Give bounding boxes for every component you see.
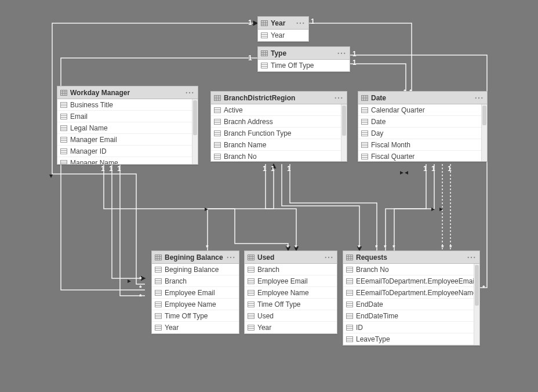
column-icon (60, 124, 68, 132)
svg-marker-1 (205, 208, 208, 211)
table-used[interactable]: Used Branch Employee Email Employee Name… (244, 251, 337, 334)
field-row[interactable]: Manager Email (57, 134, 198, 146)
table-header[interactable]: Type (258, 47, 350, 60)
field-row[interactable]: Branch Name (211, 139, 347, 151)
field-row[interactable]: Year (245, 322, 337, 333)
field-row[interactable]: EEemailToDepartment.EmployeeName (343, 287, 479, 299)
field-row[interactable]: Fiscal Quarter (358, 151, 487, 161)
field-row[interactable]: Manager Name (57, 157, 198, 164)
svg-rect-29 (61, 90, 67, 95)
field-row[interactable]: Employee Email (152, 287, 239, 299)
field-row[interactable]: ID (343, 322, 479, 333)
field-label: Used (257, 312, 274, 320)
more-icon[interactable] (296, 19, 305, 27)
more-icon[interactable] (324, 253, 333, 262)
column-icon (213, 153, 221, 161)
field-label: EEemailToDepartment.EmployeeEmail (356, 277, 476, 285)
table-workday-manager[interactable]: Workday Manager Business Title Email Leg… (57, 86, 198, 165)
column-icon (213, 141, 221, 149)
table-requests[interactable]: Requests Branch No EEemailToDepartment.E… (343, 251, 480, 346)
more-icon[interactable] (185, 89, 194, 97)
table-header[interactable]: Used (245, 251, 337, 264)
column-icon (361, 129, 369, 137)
more-icon[interactable] (467, 253, 476, 262)
field-row[interactable]: Employee Name (245, 287, 337, 299)
svg-point-83 (475, 97, 477, 98)
field-row[interactable]: Active (211, 104, 347, 116)
scrollbar[interactable] (192, 99, 198, 164)
more-icon[interactable] (337, 49, 346, 57)
field-row[interactable]: Year (152, 322, 239, 333)
svg-rect-109 (155, 267, 162, 272)
field-row[interactable]: Begining Balance (152, 264, 239, 275)
field-row[interactable]: Employee Name (152, 299, 239, 310)
table-year[interactable]: Year Year (257, 16, 309, 42)
field-row[interactable]: Year (258, 30, 308, 41)
field-row[interactable]: Branch No (211, 151, 347, 161)
field-row[interactable]: EndDate (343, 299, 479, 310)
field-row[interactable]: EEemailToDepartment.EmployeeEmail (343, 275, 479, 287)
table-header[interactable]: Requests (343, 251, 479, 264)
field-row[interactable]: Time Off Type (245, 299, 337, 310)
more-icon[interactable] (334, 94, 343, 102)
scrollbar[interactable] (474, 264, 479, 345)
scrollbar[interactable] (481, 104, 487, 161)
svg-rect-15 (261, 33, 268, 38)
table-date[interactable]: Date Calendar Quarter Date Day Fiscal Mo… (358, 91, 488, 162)
field-row[interactable]: Branch No (343, 264, 479, 275)
table-branch-district-region[interactable]: BranchDistrictRegion Active Bracnh Addre… (210, 91, 347, 162)
table-header[interactable]: BranchDistrictRegion (211, 92, 347, 104)
table-begining-balance[interactable]: Begining Balance Begining Balance Branch… (151, 251, 239, 334)
column-icon (60, 136, 68, 144)
more-icon[interactable] (474, 94, 484, 102)
column-icon (346, 289, 354, 297)
table-body: Branch Employee Email Employee Name Time… (245, 264, 337, 333)
table-header[interactable]: Date (358, 92, 487, 104)
table-header[interactable]: Year (258, 17, 308, 30)
svg-point-14 (303, 22, 304, 23)
cardinality-many: * (139, 293, 142, 301)
more-icon[interactable] (226, 253, 235, 262)
field-row[interactable]: LeaveType (343, 333, 479, 345)
field-row[interactable]: Fiscal Month (358, 139, 487, 151)
table-type[interactable]: Type Time Off Type (257, 46, 350, 72)
svg-point-133 (328, 256, 329, 257)
cardinality-one: 1 (352, 50, 357, 58)
field-label: LeaveType (356, 335, 390, 343)
svg-rect-43 (61, 125, 67, 130)
table-header[interactable]: Workday Manager (57, 86, 198, 99)
cardinality-one: 1 (448, 165, 452, 173)
field-label: Employee Name (257, 289, 309, 297)
column-icon (154, 324, 162, 332)
field-row[interactable]: Calendar Quarter (358, 104, 487, 116)
column-icon (260, 61, 268, 70)
field-row[interactable]: Used (245, 310, 337, 322)
field-row[interactable]: Employee Email (245, 275, 337, 287)
svg-point-60 (335, 97, 336, 98)
svg-rect-118 (155, 302, 162, 307)
field-row[interactable]: Time Off Type (152, 310, 239, 322)
svg-marker-0 (128, 280, 131, 283)
field-row[interactable]: EndDateTime (343, 310, 479, 322)
field-label: Year (257, 324, 271, 332)
field-row[interactable]: Manager ID (57, 146, 198, 157)
field-row[interactable]: Branch Function Type (211, 128, 347, 139)
field-row[interactable]: Business Title (57, 99, 198, 111)
field-label: Bracnh Address (224, 118, 273, 126)
cardinality-one: 1 (248, 54, 252, 62)
table-header[interactable]: Begining Balance (152, 251, 239, 264)
field-row[interactable]: Email (57, 111, 198, 122)
svg-point-36 (192, 92, 193, 93)
scrollbar[interactable] (341, 104, 347, 161)
field-row[interactable]: Day (358, 128, 487, 139)
cardinality-one: 1 (423, 165, 427, 173)
field-row[interactable]: Time Off Type (258, 60, 350, 71)
field-row[interactable]: Branch (245, 264, 337, 275)
svg-rect-138 (248, 278, 255, 284)
table-icon (260, 49, 268, 57)
field-row[interactable]: Legal Name (57, 122, 198, 134)
field-row[interactable]: Branch (152, 275, 239, 287)
field-row[interactable]: Bracnh Address (211, 116, 347, 128)
field-row[interactable]: Date (358, 116, 487, 128)
field-label: Time Off Type (257, 300, 300, 308)
